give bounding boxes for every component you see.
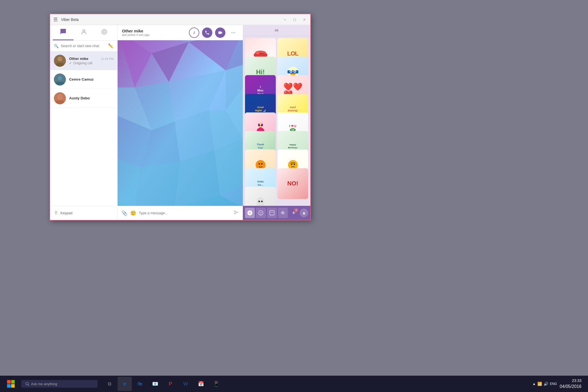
sticker-panel-header: Hi: [243, 25, 310, 36]
emoji-icon[interactable]: 🙂: [130, 210, 136, 216]
svg-point-78: [26, 382, 28, 385]
maximize-button[interactable]: □: [292, 17, 297, 22]
svg-rect-65: [257, 201, 264, 206]
mail-icon[interactable]: 📧: [148, 377, 162, 391]
main-layout: 🔍 ✏️: [50, 25, 310, 220]
chat-name: Aunty Debo: [69, 96, 90, 100]
tab-chats[interactable]: [53, 25, 74, 40]
tab-explore[interactable]: [94, 25, 115, 40]
keypad-icon[interactable]: ⠿: [54, 210, 58, 216]
app-window: ☰ Viber Beta − □ ×: [50, 14, 311, 220]
more-button[interactable]: [228, 27, 238, 38]
sticker-no[interactable]: NO!: [277, 168, 308, 199]
svg-rect-7: [59, 61, 59, 62]
send-button[interactable]: [234, 210, 239, 216]
svg-rect-77: [11, 384, 15, 388]
contacts-icon: [81, 29, 87, 37]
viber-icon[interactable]: 📱: [209, 377, 223, 391]
search-bar: 🔍 ✏️: [50, 41, 117, 51]
avatar: [54, 55, 66, 67]
svg-point-66: [258, 201, 260, 202]
sticker-panel: Hi LOL: [243, 25, 310, 220]
taskbar-time[interactable]: 23:33 04/05/2016: [560, 378, 581, 390]
svg-point-68: [259, 211, 263, 215]
svg-point-50: [290, 71, 292, 72]
start-button[interactable]: [3, 376, 19, 392]
svg-rect-76: [7, 384, 11, 388]
svg-point-69: [260, 212, 261, 213]
avatar: [54, 74, 66, 85]
chat-actions: i: [189, 27, 238, 38]
chat-time: 11:24 PM: [101, 57, 114, 60]
svg-point-2: [103, 31, 105, 33]
sticker-tab-3[interactable]: [267, 208, 277, 218]
compose-icon[interactable]: ✏️: [108, 43, 114, 48]
lang-label[interactable]: ENG: [550, 382, 557, 386]
chat-info: Cemre Camuz: [69, 77, 114, 82]
word-icon[interactable]: W: [179, 377, 193, 391]
video-call-button[interactable]: [215, 27, 225, 38]
chat-name: Cemre Camuz: [69, 77, 94, 81]
chat-item[interactable]: Other mike 11:24 PM ✓ Outgoing call: [50, 51, 117, 70]
tab-contacts[interactable]: [74, 25, 94, 40]
svg-rect-71: [270, 211, 274, 215]
attach-icon[interactable]: 📎: [121, 210, 127, 216]
title-bar: ☰ Viber Beta − □ ×: [50, 14, 310, 25]
svg-point-11: [58, 76, 62, 80]
chat-area: Other mike last online 4 min ago i: [118, 25, 243, 220]
store-icon[interactable]: 🛍: [133, 377, 147, 391]
chat-status: last online 4 min ago: [122, 33, 189, 36]
sticker-scroll-up[interactable]: ▲: [300, 209, 308, 217]
chat-input-area: 📎 🙂: [118, 206, 243, 220]
sticker-add-button[interactable]: + 1: [289, 208, 299, 218]
search-input[interactable]: [61, 44, 108, 48]
chat-item[interactable]: Aunty Debo: [50, 89, 117, 108]
chat-background: [118, 40, 243, 206]
explore-icon: [101, 29, 108, 37]
svg-rect-10: [56, 82, 64, 85]
edge-icon[interactable]: e: [118, 377, 132, 391]
svg-line-79: [28, 385, 29, 386]
sticker-tab-1[interactable]: [245, 208, 255, 218]
taskbar-search-label: Ask me anything: [31, 382, 57, 386]
info-button[interactable]: i: [189, 27, 199, 38]
network-icon[interactable]: 📶: [537, 382, 542, 386]
sticker-tab-2[interactable]: [256, 208, 266, 218]
call-button[interactable]: [202, 27, 212, 38]
chevron-up-icon[interactable]: ▲: [532, 382, 536, 386]
clock-time: 23:33: [560, 378, 581, 384]
chat-item[interactable]: Cemre Camuz: [50, 70, 117, 89]
message-input[interactable]: [139, 211, 234, 215]
task-view-button[interactable]: ⧉: [102, 377, 117, 391]
svg-point-57: [261, 125, 262, 126]
sticker-add-badge: 1: [294, 208, 298, 212]
close-button[interactable]: ×: [302, 17, 307, 22]
svg-point-73: [272, 212, 273, 213]
taskbar-search[interactable]: Ask me anything: [21, 380, 97, 388]
chat-info: Aunty Debo: [69, 96, 114, 101]
svg-point-0: [83, 30, 85, 32]
svg-point-18: [234, 32, 235, 33]
svg-rect-5: [56, 63, 64, 67]
taskbar-app-icons: ⧉ e 🛍 📧 P W 📅 📱: [102, 377, 532, 391]
svg-point-16: [231, 32, 232, 33]
svg-point-6: [58, 57, 62, 61]
svg-point-67: [261, 201, 263, 202]
chat-header: Other mike last online 4 min ago i: [118, 25, 243, 40]
powerpoint-icon[interactable]: P: [163, 377, 177, 391]
svg-rect-75: [11, 380, 15, 384]
sidebar: 🔍 ✏️: [50, 25, 118, 220]
sticker-tab-4[interactable]: [278, 208, 288, 218]
svg-point-17: [233, 32, 234, 33]
sticker-grid: LOL Hi!: [243, 36, 310, 206]
svg-point-51: [294, 71, 295, 72]
volume-icon[interactable]: 🔊: [544, 382, 548, 386]
svg-point-72: [271, 212, 272, 213]
chat-preview: ✓ Outgoing call: [69, 61, 114, 65]
menu-icon[interactable]: ☰: [53, 17, 58, 23]
calendar-icon[interactable]: 📅: [194, 377, 208, 391]
sticker-ghost[interactable]: [245, 187, 276, 206]
minimize-button[interactable]: −: [282, 17, 287, 22]
svg-point-44: [256, 53, 259, 54]
svg-point-70: [261, 212, 262, 213]
